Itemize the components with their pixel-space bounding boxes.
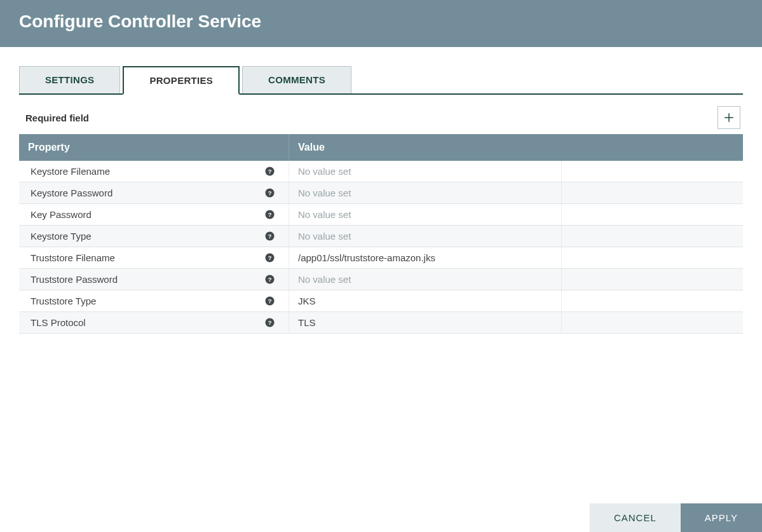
table-row: Keystore Filename?No value set [19,161,743,182]
plus-icon [723,112,735,123]
help-icon[interactable]: ? [265,253,275,263]
property-name: Truststore Password [31,274,118,285]
help-icon[interactable]: ? [265,210,275,219]
value-cell[interactable]: TLS [289,312,562,333]
header-value: Value [289,134,562,161]
svg-text:?: ? [268,212,272,218]
value-cell[interactable]: JKS [289,290,562,311]
svg-text:?: ? [268,276,272,283]
table-row: Keystore Password?No value set [19,182,743,204]
svg-text:?: ? [268,190,272,196]
add-property-button[interactable] [718,106,740,129]
property-cell: Keystore Password? [19,182,289,203]
svg-text:?: ? [268,255,272,261]
extra-cell [562,269,743,290]
extra-cell [562,290,743,311]
property-cell: Truststore Password? [19,269,289,290]
property-cell: TLS Protocol? [19,312,289,333]
header-property: Property [19,134,289,161]
section-header: Required field [19,106,743,134]
extra-cell [562,312,743,333]
value-cell[interactable]: No value set [289,204,562,225]
property-name: Truststore Filename [31,252,115,263]
properties-table: Property Value Keystore Filename?No valu… [19,134,743,334]
dialog-footer: CANCEL APPLY [0,503,762,532]
property-name: TLS Protocol [31,317,86,328]
property-cell: Truststore Type? [19,290,289,311]
cancel-button[interactable]: CANCEL [590,503,681,532]
property-name: Keystore Filename [31,166,110,177]
extra-cell [562,204,743,225]
value-cell[interactable]: No value set [289,182,562,203]
tab-bar: SETTINGS PROPERTIES COMMENTS [19,66,743,95]
table-row: Key Password?No value set [19,204,743,226]
help-icon[interactable]: ? [265,231,275,241]
extra-cell [562,182,743,203]
header-extra [562,134,743,161]
required-field-label: Required field [25,113,89,123]
dialog-content: SETTINGS PROPERTIES COMMENTS Required fi… [0,47,762,503]
table-body: Keystore Filename?No value setKeystore P… [19,161,743,334]
tab-properties[interactable]: PROPERTIES [123,66,240,95]
property-name: Keystore Password [31,188,112,198]
property-name: Truststore Type [31,296,96,306]
table-row: Truststore Password?No value set [19,269,743,290]
help-icon[interactable]: ? [265,296,275,306]
property-name: Keystore Type [31,231,92,242]
table-row: Truststore Type?JKS [19,290,743,312]
property-cell: Keystore Filename? [19,161,289,182]
svg-text:?: ? [268,168,272,175]
tab-comments[interactable]: COMMENTS [242,66,351,93]
dialog-title: Configure Controller Service [19,11,743,32]
svg-text:?: ? [268,320,272,326]
value-cell[interactable]: No value set [289,226,562,247]
svg-text:?: ? [268,233,272,240]
extra-cell [562,161,743,182]
table-row: TLS Protocol?TLS [19,312,743,334]
value-cell[interactable]: No value set [289,161,562,182]
configure-dialog: Configure Controller Service SETTINGS PR… [0,0,762,532]
apply-button[interactable]: APPLY [681,503,762,532]
tab-settings[interactable]: SETTINGS [19,66,120,93]
help-icon[interactable]: ? [265,275,275,284]
svg-text:?: ? [268,298,272,304]
help-icon[interactable]: ? [265,188,275,198]
dialog-header: Configure Controller Service [0,0,762,47]
value-cell[interactable]: No value set [289,269,562,290]
property-cell: Truststore Filename? [19,247,289,268]
value-cell[interactable]: /app01/ssl/truststore-amazon.jks [289,247,562,268]
property-name: Key Password [31,209,92,220]
table-row: Truststore Filename?/app01/ssl/truststor… [19,247,743,269]
help-icon[interactable]: ? [265,167,275,176]
property-cell: Key Password? [19,204,289,225]
table-header: Property Value [19,134,743,161]
table-row: Keystore Type?No value set [19,226,743,247]
help-icon[interactable]: ? [265,318,275,327]
extra-cell [562,226,743,247]
property-cell: Keystore Type? [19,226,289,247]
extra-cell [562,247,743,268]
